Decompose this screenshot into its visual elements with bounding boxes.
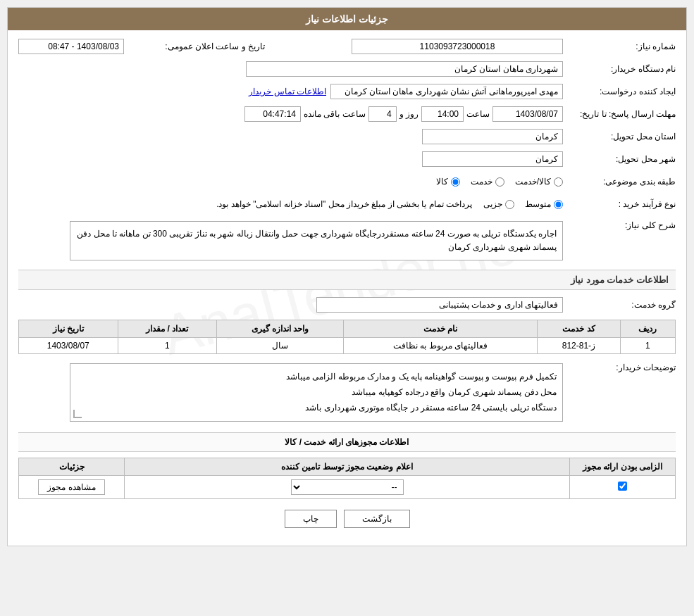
page-header: جزئیات اطلاعات نیاز bbox=[8, 8, 686, 30]
service-group-label: گروه خدمت: bbox=[563, 300, 676, 310]
permits-col-details: جزئیات bbox=[19, 458, 125, 476]
permits-col-mandatory: الزامی بودن ارائه مجوز bbox=[570, 458, 676, 476]
category-option-goods: کالا bbox=[436, 177, 460, 187]
col-service-code: کد خدمت bbox=[538, 320, 620, 338]
col-need-date: تاریخ نیاز bbox=[19, 320, 118, 338]
countdown-label: ساعت باقی مانده bbox=[304, 109, 366, 119]
deadline-label: مهلت ارسال پاسخ: تا تاریخ: bbox=[563, 109, 676, 119]
service-group-row: گروه خدمت: bbox=[18, 296, 676, 314]
creator-row: ایجاد کننده درخواست: اطلاعات تماس خریدار bbox=[18, 82, 676, 101]
permits-status-select[interactable]: -- bbox=[291, 479, 404, 495]
announce-label: تاریخ و ساعت اعلان عمومی: bbox=[124, 42, 265, 51]
buyer-name-value-cell bbox=[18, 61, 563, 77]
need-number-label: شماره نیاز: bbox=[563, 42, 676, 51]
deadline-time-input[interactable] bbox=[421, 106, 464, 122]
category-label-goods: کالا bbox=[436, 177, 448, 187]
province-value-cell bbox=[18, 129, 563, 144]
table-row: 1 ز-81-812 فعالیتهای مربوط به نظافت سال … bbox=[19, 338, 676, 354]
service-group-input[interactable] bbox=[316, 297, 563, 313]
creator-input[interactable] bbox=[330, 84, 563, 99]
province-input[interactable] bbox=[422, 129, 563, 144]
page-title: جزئیات اطلاعات نیاز bbox=[306, 13, 388, 25]
description-value-cell: اجاره یکدستگاه تریلی به صورت 24 ساعته مس… bbox=[18, 218, 563, 264]
category-radio-goods-service[interactable] bbox=[554, 177, 563, 187]
process-radio-group: متوسط جزیی bbox=[483, 199, 563, 209]
buyer-notes-text: تکمیل فرم پیوست و پیوست گواهینامه پایه ی… bbox=[286, 372, 557, 412]
announce-input[interactable] bbox=[18, 39, 124, 54]
category-label-goods-service: کالا/خدمت bbox=[515, 177, 551, 187]
col-quantity: تعداد / مقدار bbox=[118, 320, 216, 338]
page-wrapper: جزئیات اطلاعات نیاز AnaITender.net شماره… bbox=[0, 0, 694, 616]
service-group-value-cell bbox=[18, 297, 563, 313]
announce-value-cell bbox=[18, 39, 124, 54]
category-label-service: خدمت bbox=[471, 177, 492, 187]
cell-service-code: ز-81-812 bbox=[538, 338, 620, 354]
deadline-days-input[interactable] bbox=[368, 106, 397, 122]
buyer-notes-box: تکمیل فرم پیوست و پیوست گواهینامه پایه ی… bbox=[70, 363, 563, 422]
process-label: نوع فرآیند خرید : bbox=[563, 199, 676, 209]
process-radio-partial[interactable] bbox=[505, 200, 514, 209]
cell-quantity: 1 bbox=[118, 338, 216, 354]
city-row: شهر محل تحویل: bbox=[18, 150, 676, 168]
deadline-time-label: ساعت bbox=[466, 109, 490, 119]
process-label-partial: جزیی bbox=[483, 199, 502, 209]
cell-service-name: فعالیتهای مربوط به نظافت bbox=[343, 338, 537, 354]
content-area: AnaITender.net شماره نیاز: تاریخ و ساعت … bbox=[8, 30, 686, 546]
need-number-row: شماره نیاز: تاریخ و ساعت اعلان عمومی: bbox=[18, 37, 676, 56]
description-text: اجاره یکدستگاه تریلی به صورت 24 ساعته مس… bbox=[77, 229, 557, 252]
province-label: استان محل تحویل: bbox=[563, 132, 676, 142]
col-service-name: نام خدمت bbox=[343, 320, 537, 338]
permits-section: اطلاعات مجوزهای ارائه خدمت / کالا الزامی… bbox=[18, 432, 676, 499]
category-row: طبقه بندی موضوعی: کالا/خدمت خدمت کالا bbox=[18, 172, 676, 191]
permits-title: اطلاعات مجوزهای ارائه خدمت / کالا bbox=[18, 432, 676, 452]
print-button[interactable]: چاپ bbox=[285, 510, 337, 528]
need-number-value-cell bbox=[265, 39, 563, 54]
buyer-name-input[interactable] bbox=[246, 61, 563, 77]
process-note: پرداخت تمام یا بخشی از مبلغ خریداز محل "… bbox=[216, 199, 472, 209]
city-label: شهر محل تحویل: bbox=[563, 154, 676, 164]
description-box: اجاره یکدستگاه تریلی به صورت 24 ساعته مس… bbox=[70, 221, 563, 260]
permits-status-cell: -- bbox=[125, 476, 570, 499]
countdown-input[interactable] bbox=[244, 106, 301, 122]
cell-row-num: 1 bbox=[620, 338, 675, 354]
process-value-cell: متوسط جزیی پرداخت تمام یا بخشی از مبلغ خ… bbox=[18, 199, 563, 209]
permits-mandatory-checkbox[interactable] bbox=[618, 482, 627, 491]
process-option-partial: جزیی bbox=[483, 199, 514, 209]
creator-label: ایجاد کننده درخواست: bbox=[563, 87, 676, 96]
category-option-service: خدمت bbox=[471, 177, 504, 187]
city-input[interactable] bbox=[422, 151, 563, 167]
back-button[interactable]: بازگشت bbox=[344, 510, 410, 528]
permits-mandatory-cell bbox=[570, 476, 676, 499]
creator-value-cell: اطلاعات تماس خریدار bbox=[18, 84, 563, 99]
bottom-buttons: بازگشت چاپ bbox=[18, 499, 676, 539]
need-number-input[interactable] bbox=[352, 39, 563, 54]
permits-details-cell: مشاهده مجوز bbox=[19, 476, 125, 499]
services-table: ردیف کد خدمت نام خدمت واحد اندازه گیری ت… bbox=[18, 320, 676, 354]
buyer-notes-row: توضیحات خریدار: تکمیل فرم پیوست و پیوست … bbox=[18, 360, 676, 425]
col-row-num: ردیف bbox=[620, 320, 675, 338]
col-unit: واحد اندازه گیری bbox=[216, 320, 343, 338]
buyer-name-row: نام دستگاه خریدار: bbox=[18, 60, 676, 78]
province-row: استان محل تحویل: bbox=[18, 127, 676, 146]
city-value-cell bbox=[18, 151, 563, 167]
description-row: شرح کلی نیاز: اجاره یکدستگاه تریلی به صو… bbox=[18, 218, 676, 264]
info-section: شماره نیاز: تاریخ و ساعت اعلان عمومی: نا… bbox=[18, 37, 676, 539]
category-radio-service[interactable] bbox=[495, 177, 504, 187]
buyer-notes-value-cell: تکمیل فرم پیوست و پیوست گواهینامه پایه ی… bbox=[18, 360, 563, 425]
category-radio-goods[interactable] bbox=[451, 177, 460, 187]
process-radio-medium[interactable] bbox=[554, 200, 563, 209]
services-section-title: اطلاعات خدمات مورد نیاز bbox=[18, 270, 676, 290]
deadline-days-label: روز و bbox=[399, 109, 419, 119]
category-value-cell: کالا/خدمت خدمت کالا bbox=[18, 177, 563, 187]
process-row: نوع فرآیند خرید : متوسط جزیی bbox=[18, 195, 676, 213]
description-label: شرح کلی نیاز: bbox=[563, 218, 676, 230]
permits-col-provider-status: اعلام وضعیت مجوز توسط تامین کننده bbox=[125, 458, 570, 476]
deadline-row: مهلت ارسال پاسخ: تا تاریخ: ساعت روز و سا… bbox=[18, 105, 676, 123]
buyer-name-label: نام دستگاه خریدار: bbox=[563, 64, 676, 74]
contact-link[interactable]: اطلاعات تماس خریدار bbox=[249, 87, 326, 96]
view-permit-button[interactable]: مشاهده مجوز bbox=[38, 479, 104, 495]
deadline-date-input[interactable] bbox=[492, 106, 563, 122]
deadline-value-cell: ساعت روز و ساعت باقی مانده bbox=[18, 106, 563, 122]
table-row: -- مشاهده مجوز bbox=[19, 476, 676, 499]
process-label-medium: متوسط bbox=[525, 199, 551, 209]
